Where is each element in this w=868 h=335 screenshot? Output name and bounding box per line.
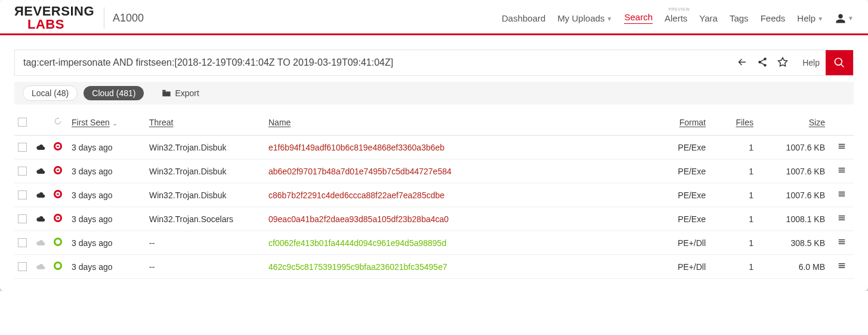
- cell-name-hash[interactable]: ab6e02f97017b48a7d01e7495b7c5db44727e584: [268, 167, 452, 176]
- export-label: Export: [175, 88, 199, 98]
- tab-cloud[interactable]: Cloud (481): [84, 86, 144, 100]
- cell-name-hash[interactable]: 09eac0a41ba2f2daea93d85a105df23b28ba4ca0: [268, 214, 449, 224]
- svg-point-0: [835, 59, 842, 66]
- threat-status-icon: [54, 238, 62, 246]
- cell-first-seen: 3 days ago: [72, 167, 149, 176]
- table-row: 3 days ago--cf0062fe413b01fa4444d094c961…: [14, 231, 854, 255]
- preview-badge: PREVIEW: [669, 7, 690, 11]
- nav-feeds[interactable]: Feeds: [761, 13, 786, 23]
- cell-name-hash[interactable]: cf0062fe413b01fa4444d094c961e94d5a98895d: [268, 238, 446, 248]
- table-row: 3 days agoWin32.Trojan.Socelars09eac0a41…: [14, 207, 854, 231]
- user-icon: [835, 13, 846, 24]
- app-header: ЯEVERSING LABS A1000 Dashboard My Upload…: [0, 0, 868, 35]
- brand-line1: ЯEVERSING: [14, 5, 94, 18]
- main-nav: Dashboard My Uploads▼ Search PREVIEW Ale…: [502, 12, 854, 24]
- col-files[interactable]: Files: [711, 118, 758, 127]
- svg-rect-5: [839, 146, 845, 146]
- star-icon[interactable]: [777, 57, 788, 69]
- cell-first-seen: 3 days ago: [72, 214, 149, 224]
- row-checkbox[interactable]: [18, 238, 27, 247]
- search-help-link[interactable]: Help: [796, 50, 826, 75]
- svg-rect-21: [839, 267, 845, 268]
- user-menu[interactable]: ▼: [835, 12, 854, 23]
- cell-size: 6.0 MB: [758, 262, 830, 272]
- table-row: 3 days agoWin32.Trojan.Disbukab6e02f9701…: [14, 159, 854, 183]
- share-icon[interactable]: [757, 57, 768, 69]
- nav-tags[interactable]: Tags: [730, 13, 749, 23]
- search-input[interactable]: [15, 50, 728, 75]
- col-format[interactable]: Format: [639, 118, 711, 127]
- nav-alerts-label: Alerts: [665, 13, 687, 23]
- col-threat[interactable]: Threat: [149, 118, 268, 127]
- row-checkbox[interactable]: [18, 262, 27, 271]
- col-name[interactable]: Name: [268, 118, 639, 127]
- svg-rect-14: [839, 217, 845, 218]
- svg-rect-19: [839, 263, 845, 264]
- col-size[interactable]: Size: [758, 118, 830, 127]
- result-tabs-strip: Local (48) Cloud (481) Export: [14, 82, 854, 105]
- cell-format: PE/Exe: [639, 167, 711, 176]
- threat-status-icon: [54, 166, 62, 174]
- cloud-icon: [36, 190, 54, 200]
- cell-files: 1: [711, 167, 758, 176]
- row-menu-button[interactable]: [830, 142, 854, 152]
- cell-format: PE/Exe: [639, 214, 711, 224]
- row-checkbox[interactable]: [18, 214, 27, 223]
- search-bar: Help: [14, 50, 854, 76]
- nav-search[interactable]: Search: [624, 12, 653, 24]
- cell-format: PE+/Dll: [639, 238, 711, 248]
- cell-first-seen: 3 days ago: [72, 190, 149, 200]
- table-row: 3 days ago--462c9c5c8175391995c9bfaa2360…: [14, 255, 854, 279]
- row-checkbox[interactable]: [18, 167, 27, 176]
- tab-local[interactable]: Local (48): [23, 85, 78, 101]
- col-first-seen-label: First Seen: [72, 118, 110, 127]
- brand-line2: LABS: [14, 18, 94, 31]
- svg-rect-20: [839, 265, 845, 266]
- cloud-icon: [36, 238, 54, 248]
- cell-files: 1: [711, 262, 758, 272]
- cloud-icon: [36, 167, 54, 176]
- row-menu-button[interactable]: [830, 190, 854, 200]
- row-checkbox[interactable]: [18, 143, 27, 152]
- row-menu-button[interactable]: [830, 166, 854, 176]
- chevron-down-icon: ▼: [848, 15, 854, 21]
- row-checkbox[interactable]: [18, 190, 27, 199]
- back-arrow-icon[interactable]: [737, 57, 747, 69]
- select-all-checkbox[interactable]: [18, 118, 27, 127]
- cell-name-hash[interactable]: e1f6b94f149adf610b6c819e4868ef3360a3b6eb: [268, 143, 444, 152]
- svg-rect-9: [839, 171, 845, 172]
- nav-help[interactable]: Help▼: [797, 13, 823, 23]
- chevron-down-icon: ▼: [607, 16, 613, 22]
- cell-name-hash[interactable]: 462c9c5c8175391995c9bfaa236021bfc35495e7: [268, 262, 447, 272]
- brand-logo: ЯEVERSING LABS: [14, 5, 94, 31]
- cell-files: 1: [711, 238, 758, 248]
- table-row: 3 days agoWin32.Trojan.Disbukc86b7b2f229…: [14, 183, 854, 207]
- status-column-header[interactable]: [54, 117, 72, 127]
- table-row: 3 days agoWin32.Trojan.Disbuke1f6b94f149…: [14, 136, 854, 159]
- nav-dashboard[interactable]: Dashboard: [502, 13, 545, 23]
- table-header: First Seen⌄ Threat Name Format Files Siz…: [14, 109, 854, 136]
- col-first-seen[interactable]: First Seen⌄: [72, 118, 149, 127]
- row-menu-button[interactable]: [830, 214, 854, 224]
- row-menu-button[interactable]: [830, 238, 854, 248]
- threat-status-icon: [54, 262, 62, 270]
- chevron-down-icon: ▼: [817, 16, 823, 22]
- row-menu-button[interactable]: [830, 262, 854, 272]
- export-button[interactable]: Export: [162, 88, 199, 98]
- nav-alerts[interactable]: PREVIEW Alerts: [665, 13, 687, 23]
- cell-format: PE/Exe: [639, 143, 711, 152]
- svg-rect-17: [839, 241, 845, 242]
- search-submit-button[interactable]: [826, 50, 853, 75]
- svg-rect-6: [839, 147, 845, 148]
- cell-first-seen: 3 days ago: [72, 238, 149, 248]
- svg-rect-11: [839, 193, 845, 194]
- svg-rect-15: [839, 219, 845, 220]
- cell-threat: Win32.Trojan.Socelars: [149, 214, 268, 224]
- nav-yara[interactable]: Yara: [699, 13, 718, 23]
- cell-name-hash[interactable]: c86b7b2f2291c4ded6ccca88f22aef7ea285cdbe: [268, 190, 444, 200]
- export-icon: [162, 89, 171, 97]
- nav-my-uploads[interactable]: My Uploads▼: [557, 13, 612, 23]
- threat-status-icon: [54, 214, 62, 222]
- sort-desc-icon: ⌄: [112, 119, 118, 127]
- search-icon: [833, 57, 845, 69]
